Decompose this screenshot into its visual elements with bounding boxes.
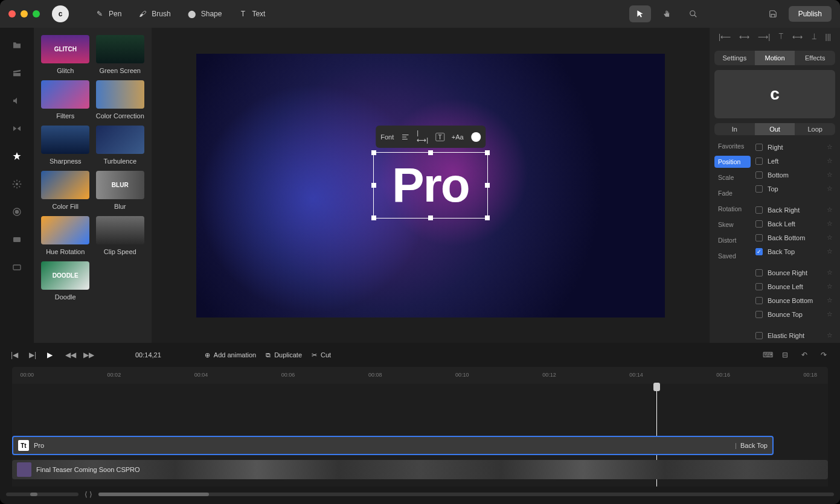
category-distort[interactable]: Distort xyxy=(714,234,751,246)
preset-checkbox[interactable] xyxy=(755,269,763,276)
play-button[interactable]: ▶ xyxy=(47,351,56,359)
preset-checkbox[interactable]: ✓ xyxy=(755,248,763,255)
canvas[interactable]: Font |⟷| T +Aa Pro xyxy=(196,54,665,317)
undo-button[interactable]: ↶ xyxy=(801,351,810,359)
effect-hue-rotation[interactable]: Hue Rotation xyxy=(41,216,90,255)
close-window-button[interactable] xyxy=(8,10,16,18)
preset-bounce-right[interactable]: Bounce Right☆ xyxy=(753,266,835,279)
preset-checkbox[interactable] xyxy=(755,283,763,290)
preset-left[interactable]: Left☆ xyxy=(753,154,835,168)
rail-audio[interactable] xyxy=(11,95,22,106)
maximize-window-button[interactable] xyxy=(33,10,40,18)
text-align-button[interactable] xyxy=(401,133,409,141)
favorite-star-icon[interactable]: ☆ xyxy=(827,296,833,304)
preset-back-top[interactable]: ✓Back Top☆ xyxy=(753,244,835,258)
minimize-window-button[interactable] xyxy=(21,10,28,18)
preset-checkbox[interactable] xyxy=(755,220,763,228)
preset-bounce-left[interactable]: Bounce Left☆ xyxy=(753,279,835,293)
resize-handle-b[interactable] xyxy=(428,215,433,220)
zoom-slider[interactable] xyxy=(6,493,79,496)
tab-motion[interactable]: Motion xyxy=(755,51,795,65)
search-button[interactable] xyxy=(682,5,704,22)
zoom-toggle-button[interactable]: ⟨ ⟩ xyxy=(85,490,92,499)
duplicate-button[interactable]: ⧉Duplicate xyxy=(266,351,302,359)
preset-bounce-top[interactable]: Bounce Top☆ xyxy=(753,307,835,321)
favorite-star-icon[interactable]: ☆ xyxy=(827,234,833,241)
effect-clip-speed[interactable]: Clip Speed xyxy=(96,216,145,255)
effect-doodle[interactable]: DOODLEDoodle xyxy=(41,261,90,301)
preset-back-bottom[interactable]: Back Bottom☆ xyxy=(753,231,835,244)
tab-loop[interactable]: Loop xyxy=(795,123,835,135)
text-color-button[interactable] xyxy=(471,132,481,142)
category-scale[interactable]: Scale xyxy=(714,171,751,183)
align-right-button[interactable]: ⟶| xyxy=(758,33,770,41)
category-position[interactable]: Position xyxy=(714,156,751,168)
cursor-mode-button[interactable] xyxy=(629,5,651,22)
resize-handle-l[interactable] xyxy=(371,183,376,188)
effect-sharpness[interactable]: Sharpness xyxy=(41,126,90,165)
text-spacing-button[interactable]: |⟷| xyxy=(417,129,428,144)
rail-media[interactable] xyxy=(11,234,22,245)
category-favorites[interactable]: Favorites xyxy=(714,140,751,152)
hand-mode-button[interactable] xyxy=(656,5,678,22)
category-rotation[interactable]: Rotation xyxy=(714,203,751,215)
preset-checkbox[interactable] xyxy=(755,185,763,193)
rail-folder[interactable] xyxy=(11,40,22,51)
favorite-star-icon[interactable]: ☆ xyxy=(827,206,833,214)
align-bottom-button[interactable]: ⟘ xyxy=(812,33,817,41)
preset-checkbox[interactable] xyxy=(755,332,763,339)
category-skew[interactable]: Skew xyxy=(714,219,751,231)
favorite-star-icon[interactable]: ☆ xyxy=(827,269,833,276)
snap-button[interactable]: ⊟ xyxy=(782,351,790,359)
cut-button[interactable]: ✂Cut xyxy=(312,351,331,359)
align-center-v-button[interactable]: ⟷ xyxy=(792,33,803,41)
preset-bounce-bottom[interactable]: Bounce Bottom☆ xyxy=(753,293,835,307)
preset-top[interactable]: Top☆ xyxy=(753,182,835,196)
preset-checkbox[interactable] xyxy=(755,158,763,165)
preset-back-left[interactable]: Back Left☆ xyxy=(753,217,835,231)
resize-handle-r[interactable] xyxy=(485,183,490,188)
tab-settings[interactable]: Settings xyxy=(714,51,755,65)
preset-right[interactable]: Right☆ xyxy=(753,140,835,154)
preset-elastic-right[interactable]: Elastic Right☆ xyxy=(753,328,835,342)
brush-tool[interactable]: 🖌Brush xyxy=(130,6,179,22)
selected-text-object[interactable]: Font |⟷| T +Aa Pro xyxy=(373,152,488,219)
preset-back-right[interactable]: Back Right☆ xyxy=(753,203,835,217)
effect-turbulence[interactable]: Turbulence xyxy=(96,126,145,165)
preset-checkbox[interactable] xyxy=(755,171,763,179)
favorite-star-icon[interactable]: ☆ xyxy=(827,220,833,228)
favorite-star-icon[interactable]: ☆ xyxy=(827,247,833,255)
publish-button[interactable]: Publish xyxy=(789,6,832,22)
effect-green-screen[interactable]: Green Screen xyxy=(96,35,145,74)
favorite-star-icon[interactable]: ☆ xyxy=(827,171,833,179)
skip-end-button[interactable]: ▶| xyxy=(29,351,37,359)
text-size-button[interactable]: +Aa xyxy=(452,133,464,141)
rail-record[interactable] xyxy=(11,206,22,217)
favorite-star-icon[interactable]: ☆ xyxy=(827,157,833,165)
preset-checkbox[interactable] xyxy=(755,206,763,214)
shape-tool[interactable]: ⬤Shape xyxy=(179,6,231,22)
category-fade[interactable]: Fade xyxy=(714,187,751,199)
tab-out[interactable]: Out xyxy=(755,123,795,135)
align-top-button[interactable]: ⟙ xyxy=(778,33,784,41)
favorite-star-icon[interactable]: ☆ xyxy=(827,331,833,339)
effect-color-fill[interactable]: Color Fill xyxy=(41,171,90,210)
text-tool[interactable]: TText xyxy=(230,6,274,22)
effect-filters[interactable]: Filters xyxy=(41,80,90,120)
resize-handle-br[interactable] xyxy=(485,215,490,220)
rewind-button[interactable]: ◀◀ xyxy=(65,351,74,359)
rail-clapper[interactable] xyxy=(11,68,22,78)
text-clip[interactable]: Tt Pro |Back Top xyxy=(12,436,774,455)
preset-checkbox[interactable] xyxy=(755,234,763,241)
rail-captions[interactable] xyxy=(11,262,22,273)
effect-color-correction[interactable]: Color Correction xyxy=(96,80,145,120)
redo-button[interactable]: ↷ xyxy=(821,351,829,359)
favorite-star-icon[interactable]: ☆ xyxy=(827,310,833,318)
video-clip[interactable]: Final Teaser Coming Soon CSPRO xyxy=(12,460,828,479)
resize-handle-tr[interactable] xyxy=(485,150,490,155)
category-saved[interactable]: Saved xyxy=(714,250,751,262)
favorite-star-icon[interactable]: ☆ xyxy=(827,185,833,193)
rail-settings[interactable] xyxy=(11,179,22,190)
favorite-star-icon[interactable]: ☆ xyxy=(827,282,833,290)
rail-effects[interactable] xyxy=(11,151,22,162)
